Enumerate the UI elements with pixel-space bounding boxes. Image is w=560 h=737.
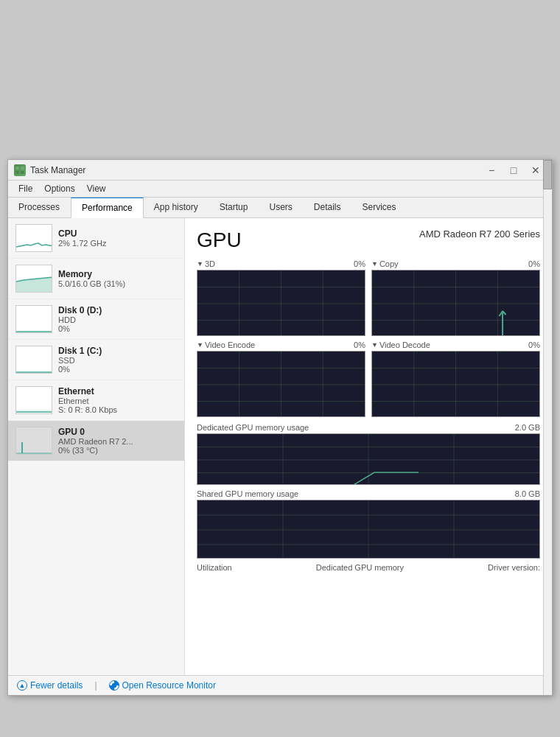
graph-vdecode-label-row: ▼ Video Decode 0% xyxy=(371,340,540,349)
disk0-label: Disk 0 (D:) xyxy=(58,305,102,315)
fewer-details-link[interactable]: ▲ Fewer details xyxy=(17,680,83,691)
shared-mem-label: Shared GPU memory usage xyxy=(197,489,298,498)
cpu-sub: 2% 1.72 GHz xyxy=(58,239,106,248)
minimize-button[interactable]: − xyxy=(481,163,502,178)
graph-vdecode-pct: 0% xyxy=(528,340,540,349)
graph-3d-label-row: ▼ 3D 0% xyxy=(197,259,365,268)
memory-label: Memory xyxy=(58,269,125,279)
chevron-down-icon-copy: ▼ xyxy=(371,260,378,268)
chevron-up-icon: ▲ xyxy=(17,680,27,691)
dedicated-label: Dedicated GPU memory xyxy=(316,563,404,572)
tab-services[interactable]: Services xyxy=(352,198,407,217)
gpu0-thumbnail xyxy=(15,427,52,455)
title-bar-left: Task Manager xyxy=(14,164,85,176)
svg-rect-2 xyxy=(15,171,19,174)
gpu-name: AMD Radeon R7 200 Series xyxy=(419,228,540,240)
graph-copy-label: ▼ Copy xyxy=(371,259,399,268)
svg-rect-4 xyxy=(16,225,52,252)
gpu0-info: GPU 0 AMD Radeon R7 2... 0% (33 °C) xyxy=(58,427,133,455)
disk0-sub1: HDD xyxy=(58,315,102,324)
graph-copy-pct: 0% xyxy=(528,259,540,268)
menu-view[interactable]: View xyxy=(81,182,112,195)
shared-mem-max: 8.0 GB xyxy=(515,489,540,498)
shared-mem-section: Shared GPU memory usage 8.0 GB xyxy=(197,489,540,559)
shared-mem-label-row: Shared GPU memory usage 8.0 GB xyxy=(197,489,540,498)
disk0-info: Disk 0 (D:) HDD 0% xyxy=(58,305,102,333)
graph-vencode-label: ▼ Video Encode xyxy=(197,340,255,349)
disk1-label: Disk 1 (C:) xyxy=(58,346,102,356)
gpu0-label: GPU 0 xyxy=(58,427,133,437)
gpu-title: GPU xyxy=(197,228,242,252)
content-area: CPU 2% 1.72 GHz Memory 5.0/16.0 GB (31%) xyxy=(8,218,552,675)
svg-rect-0 xyxy=(15,167,19,170)
sidebar-item-disk0[interactable]: Disk 0 (D:) HDD 0% xyxy=(8,299,184,340)
cpu-info: CPU 2% 1.72 GHz xyxy=(58,228,106,248)
tab-details[interactable]: Details xyxy=(304,198,352,217)
dedicated-mem-max: 2.0 GB xyxy=(515,423,540,432)
graph-vencode-label-row: ▼ Video Encode 0% xyxy=(197,340,365,349)
bottom-labels: Utilization Dedicated GPU memory Driver … xyxy=(197,563,540,572)
sidebar-item-gpu0[interactable]: GPU 0 AMD Radeon R7 2... 0% (33 °C) xyxy=(8,421,184,461)
task-manager-window: Task Manager − □ ✕ File Options View Pro… xyxy=(7,159,553,696)
menu-file[interactable]: File xyxy=(13,182,38,195)
graph-copy-label-row: ▼ Copy 0% xyxy=(371,259,540,268)
scrollbar-thumb[interactable] xyxy=(543,160,552,189)
tab-bar: Processes Performance App history Startu… xyxy=(8,198,552,218)
graph-vencode-container: ▼ Video Encode 0% xyxy=(197,340,365,417)
ethernet-sub2: S: 0 R: 8.0 Kbps xyxy=(58,405,117,414)
ethernet-thumbnail xyxy=(15,386,52,414)
chevron-down-icon-vencode: ▼ xyxy=(197,341,203,349)
ethernet-sub1: Ethernet xyxy=(58,397,117,405)
svg-rect-7 xyxy=(16,306,52,333)
footer: ▲ Fewer details | Open Resource Monitor xyxy=(8,675,552,695)
vertical-scrollbar[interactable] xyxy=(543,160,552,695)
graph-vencode-pct: 0% xyxy=(354,340,365,349)
disk1-sub2: 0% xyxy=(58,365,102,374)
sidebar: CPU 2% 1.72 GHz Memory 5.0/16.0 GB (31%) xyxy=(8,218,185,675)
gpu0-sub1: AMD Radeon R7 2... xyxy=(58,437,133,446)
dedicated-mem-label-row: Dedicated GPU memory usage 2.0 GB xyxy=(197,423,540,432)
graph-3d-pct: 0% xyxy=(354,259,365,268)
svg-rect-1 xyxy=(21,167,24,170)
graph-3d-box xyxy=(197,270,365,336)
tab-users[interactable]: Users xyxy=(259,198,303,217)
chevron-down-icon-3d: ▼ xyxy=(197,260,203,268)
graph-vdecode-container: ▼ Video Decode 0% xyxy=(371,340,540,417)
maximize-button[interactable]: □ xyxy=(503,163,524,178)
graph-vencode-box xyxy=(197,351,365,417)
disk1-sub1: SSD xyxy=(58,356,102,365)
svg-rect-3 xyxy=(21,171,24,174)
svg-rect-9 xyxy=(16,387,52,414)
dedicated-mem-graph xyxy=(197,433,540,485)
graph-vdecode-box xyxy=(371,351,540,417)
gpu-header: GPU AMD Radeon R7 200 Series xyxy=(197,228,540,252)
tab-processes[interactable]: Processes xyxy=(8,198,71,217)
graph-3d-label: ▼ 3D xyxy=(197,259,215,268)
utilization-label: Utilization xyxy=(197,563,232,572)
graphs-row-2: ▼ Video Encode 0% xyxy=(197,340,540,417)
footer-separator: | xyxy=(94,680,97,691)
tab-performance[interactable]: Performance xyxy=(71,198,144,218)
main-panel: GPU AMD Radeon R7 200 Series ▼ 3D 0% xyxy=(185,218,552,675)
tab-startup[interactable]: Startup xyxy=(209,198,259,217)
graphs-row-1: ▼ 3D 0% xyxy=(197,259,540,336)
disk1-thumbnail xyxy=(15,346,52,374)
tab-app-history[interactable]: App history xyxy=(144,198,209,217)
sidebar-item-memory[interactable]: Memory 5.0/16.0 GB (31%) xyxy=(8,259,184,299)
sidebar-item-disk1[interactable]: Disk 1 (C:) SSD 0% xyxy=(8,340,184,380)
window-controls: − □ ✕ xyxy=(481,163,546,178)
disk0-sub2: 0% xyxy=(58,324,102,333)
resource-monitor-icon xyxy=(109,680,119,691)
menu-options[interactable]: Options xyxy=(38,182,80,195)
sidebar-item-cpu[interactable]: CPU 2% 1.72 GHz xyxy=(8,218,184,259)
shared-mem-graph xyxy=(197,500,540,559)
open-resource-monitor-link[interactable]: Open Resource Monitor xyxy=(109,680,216,691)
memory-info: Memory 5.0/16.0 GB (31%) xyxy=(58,269,125,288)
svg-rect-8 xyxy=(16,346,52,374)
ethernet-info: Ethernet Ethernet S: 0 R: 8.0 Kbps xyxy=(58,386,117,414)
cpu-thumbnail xyxy=(15,224,52,252)
menu-bar: File Options View xyxy=(8,181,552,198)
memory-sub: 5.0/16.0 GB (31%) xyxy=(58,279,125,288)
chevron-down-icon-vdecode: ▼ xyxy=(371,341,378,349)
sidebar-item-ethernet[interactable]: Ethernet Ethernet S: 0 R: 8.0 Kbps xyxy=(8,380,184,421)
